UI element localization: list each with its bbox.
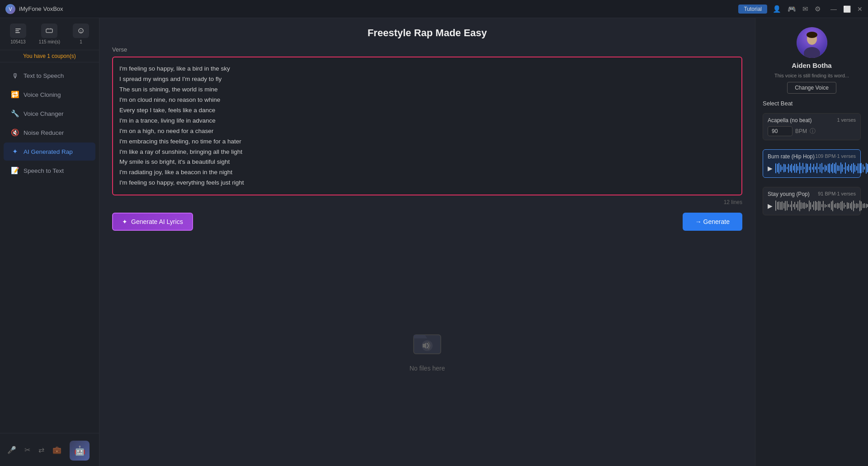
sidebar-item-text-to-speech[interactable]: 🎙 Text to Speech: [4, 67, 95, 85]
scissor-icon[interactable]: ✂: [24, 446, 30, 454]
beat-acapella-header: Acapella (no beat) 1 verses: [768, 117, 856, 124]
lyrics-textarea-wrapper[interactable]: I'm feeling so happy, like a bird in the…: [112, 57, 742, 195]
beat-acapella-info: 1 verses: [837, 117, 856, 124]
no-files-icon: [411, 327, 443, 358]
sidebar-item-noise-reducer[interactable]: 🔇 Noise Reducer: [4, 124, 95, 142]
vch-label: Voice Changer: [24, 110, 64, 117]
beat-stay-info: 91 BPM·1 verses: [818, 191, 856, 197]
user-icon[interactable]: 👤: [773, 5, 781, 13]
chars-icon: [10, 24, 26, 38]
tts-icon: 🎙: [11, 72, 19, 80]
beat-burn-info: 109 BPM·1 verses: [815, 153, 856, 160]
change-voice-button[interactable]: Change Voice: [787, 82, 836, 94]
page-title: Freestyle Rap Made Easy: [112, 27, 742, 39]
titlebar-right: Tutorial 👤 🎮 ✉ ⚙ — ⬜ ✕: [738, 5, 863, 14]
window-controls: — ⬜ ✕: [830, 5, 863, 13]
bpm-input[interactable]: [768, 126, 793, 136]
sidebar-item-speech-to-text[interactable]: 📝 Speech to Text: [4, 162, 95, 180]
sparkle-icon: ✦: [122, 218, 127, 225]
wave-bars-stay: [775, 200, 868, 211]
maximize-button[interactable]: ⬜: [843, 5, 851, 13]
svg-text:1: 1: [80, 29, 82, 33]
main-content: Freestyle Rap Made Easy Verse I'm feelin…: [99, 18, 755, 466]
mail-icon[interactable]: ✉: [802, 5, 808, 13]
generate-label: → Generate: [695, 218, 730, 225]
play-stay-button[interactable]: ▶: [768, 202, 773, 209]
briefcase-icon[interactable]: 💼: [52, 446, 61, 454]
stt-label: Speech to Text: [24, 167, 64, 174]
right-panel: Aiden Botha This voice is still finding …: [755, 18, 868, 466]
close-button[interactable]: ✕: [857, 5, 863, 13]
nr-icon: 🔇: [11, 128, 19, 137]
beat-acapella-name: Acapella (no beat): [768, 117, 811, 124]
minutes-value: 115 min(s): [39, 39, 60, 44]
generate-lyrics-button[interactable]: ✦ Generate AI Lyrics: [112, 213, 193, 231]
stat-chars: 105413: [10, 24, 26, 44]
tts-label: Text to Speech: [24, 72, 64, 79]
no-files-area: No files here: [112, 242, 742, 457]
svg-rect-0: [15, 29, 21, 29]
svg-rect-2: [15, 32, 20, 33]
minutes-icon: [41, 24, 57, 38]
bpm-label: BPM: [795, 128, 807, 134]
stat-minutes: 115 min(s): [39, 24, 60, 44]
no-files-text: No files here: [410, 365, 445, 372]
wave-bars-burn: [775, 162, 868, 174]
action-bar: ✦ Generate AI Lyrics → Generate: [112, 213, 742, 231]
svg-rect-3: [46, 29, 52, 33]
count-icon: 1: [73, 24, 89, 38]
coupon-banner[interactable]: You have 1 coupon(s): [0, 50, 99, 62]
vc-label: Voice Cloning: [24, 91, 61, 98]
stt-icon: 📝: [11, 166, 19, 175]
stat-count: 1 1: [73, 24, 89, 44]
lyrics-text[interactable]: I'm feeling so happy, like a bird in the…: [119, 64, 735, 188]
sidebar-stats: 105413 115 min(s) 1 1: [0, 18, 99, 50]
tutorial-button[interactable]: Tutorial: [738, 5, 767, 14]
beat-burn-rate[interactable]: Burn rate (Hip Hop) 109 BPM·1 verses ▶: [763, 149, 861, 178]
play-burn-button[interactable]: ▶: [768, 165, 773, 172]
beat-stay-name: Stay young (Pop): [768, 191, 810, 197]
main-layout: 105413 115 min(s) 1 1: [0, 18, 868, 466]
beat-burn-name: Burn rate (Hip Hop): [768, 153, 815, 160]
sidebar: 105413 115 min(s) 1 1: [0, 18, 99, 466]
sidebar-item-voice-changer[interactable]: 🔧 Voice Changer: [4, 105, 95, 123]
beat-stay-young[interactable]: Stay young (Pop) 91 BPM·1 verses ▶: [763, 187, 861, 215]
nr-label: Noise Reducer: [24, 129, 64, 136]
svg-point-11: [807, 32, 817, 38]
lines-count: 12 lines: [112, 199, 742, 205]
rap-label: AI Generated Rap: [24, 148, 73, 155]
shuffle-icon[interactable]: ⇄: [38, 446, 44, 454]
game-icon[interactable]: 🎮: [788, 5, 796, 13]
generate-lyrics-label: Generate AI Lyrics: [131, 218, 183, 225]
bot-avatar: 🤖: [70, 441, 90, 461]
app-name: iMyFone VoxBox: [19, 5, 63, 12]
generate-button[interactable]: → Generate: [683, 213, 742, 231]
svg-rect-1: [15, 30, 19, 31]
select-beat-label: Select Beat: [763, 100, 861, 107]
rap-icon: ✦: [11, 147, 19, 156]
beat-burn-header: Burn rate (Hip Hop) 109 BPM·1 verses: [768, 153, 856, 160]
voice-profile: Aiden Botha This voice is still finding …: [763, 27, 861, 94]
chars-value: 105413: [10, 39, 25, 44]
sidebar-bottom: 🎤 ✂ ⇄ 💼 🤖: [0, 433, 99, 466]
sidebar-item-ai-generated-rap[interactable]: ✦ AI Generated Rap: [4, 143, 95, 161]
beat-acapella[interactable]: Acapella (no beat) 1 verses BPM ⓘ: [763, 113, 861, 140]
sidebar-item-voice-cloning[interactable]: 🔁 Voice Cloning: [4, 86, 95, 104]
waveform-burn: ▶: [768, 162, 856, 174]
settings-icon[interactable]: ⚙: [815, 5, 821, 13]
voice-name: Aiden Botha: [792, 62, 831, 69]
minimize-button[interactable]: —: [830, 5, 837, 13]
voice-avatar: [797, 27, 827, 58]
info-icon[interactable]: ⓘ: [810, 127, 816, 135]
app-icon: V: [5, 4, 15, 14]
vc-icon: 🔁: [11, 90, 19, 99]
count-value: 1: [80, 39, 82, 44]
vch-icon: 🔧: [11, 109, 19, 118]
sidebar-nav: 🎙 Text to Speech 🔁 Voice Cloning 🔧 Voice…: [0, 62, 99, 433]
titlebar: V iMyFone VoxBox Tutorial 👤 🎮 ✉ ⚙ — ⬜ ✕: [0, 0, 868, 18]
titlebar-icons: 👤 🎮 ✉ ⚙: [773, 5, 821, 13]
beat-stay-header: Stay young (Pop) 91 BPM·1 verses: [768, 191, 856, 197]
waveform-stay: ▶: [768, 200, 856, 211]
titlebar-left: V iMyFone VoxBox: [5, 4, 63, 14]
microphone-icon[interactable]: 🎤: [7, 446, 16, 454]
